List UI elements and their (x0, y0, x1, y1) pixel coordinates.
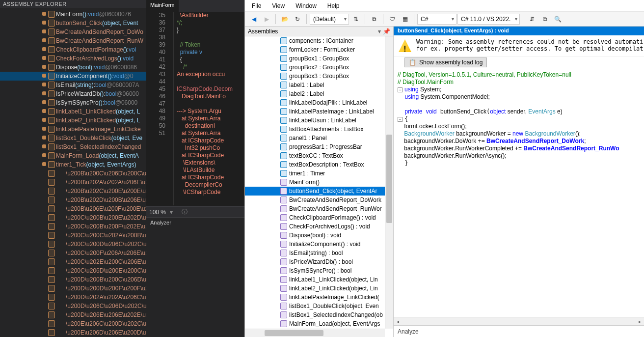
method-item[interactable]: MainForm() (245, 178, 393, 187)
field-item[interactable]: timer1 : Timer (245, 169, 393, 178)
copy-icon[interactable]: ⧉ (368, 13, 380, 25)
sort-icon[interactable]: ⇅ (350, 13, 362, 25)
field-item[interactable]: panel1 : Panel (245, 134, 393, 142)
menu-help[interactable]: Help (322, 0, 345, 11)
language-select[interactable]: C# (417, 14, 456, 25)
field-item[interactable]: progressBar1 : ProgressBar (245, 142, 393, 151)
menu-file[interactable]: File (247, 0, 266, 11)
tree-item[interactable]: listBox1_SelectedIndexChanged (0, 142, 146, 151)
scroll-left-icon[interactable]: ◂ (394, 317, 402, 325)
open-icon[interactable]: 📂 (279, 13, 291, 25)
menu-window[interactable]: Window (291, 0, 322, 11)
tree-item[interactable]: MainForm_Load(object, EventA (0, 151, 146, 160)
tree-item-obfuscated[interactable]: \u200B\u202A\u202A\u206E\u2 (0, 178, 146, 187)
method-item[interactable]: linkLabelPasteImage_LinkClicked( (245, 293, 393, 302)
assemblies-tree[interactable]: components : IContainerformLocker : Form… (245, 36, 393, 337)
method-item[interactable]: InitializeComponent() : void (245, 240, 393, 249)
tree-item[interactable]: IsPriceWizardDb() : bool @06000 (0, 89, 146, 98)
privacy-icon[interactable]: 🛡 (386, 13, 398, 25)
tree-item[interactable]: linkLabelPasteImage_LinkClicke (0, 125, 146, 134)
pin-icon[interactable]: 📌 (383, 28, 390, 35)
tree-item-obfuscated[interactable]: \u200B\u202C\u200E\u200E\u20 (0, 187, 146, 196)
assembly-explorer-tree[interactable]: MainForm() : void @06000076buttonSend_Cl… (0, 8, 146, 337)
tree-item[interactable]: BwCreateAndSendReport_DoWo (0, 28, 146, 36)
back-button[interactable]: ◀ (248, 13, 260, 25)
method-item[interactable]: MainForm_Load(object, EventArgs (245, 319, 393, 328)
horizontal-scrollbar[interactable] (245, 329, 385, 337)
field-item[interactable]: linkLabelDodajPlik : LinkLabel (245, 98, 393, 107)
tree-item-obfuscated[interactable]: \u200C\u200C\u202A\u200B\u2 (0, 231, 146, 240)
code-horizontal-scrollbar[interactable]: ◂▸ (394, 317, 644, 325)
field-item[interactable]: groupBox1 : GroupBox (245, 54, 393, 63)
tree-item[interactable]: CheckClipboardForImage() : voi (0, 45, 146, 54)
field-item[interactable]: label2 : Label (245, 89, 393, 98)
assembly-list-select[interactable]: (Default) (310, 14, 349, 25)
field-item[interactable]: textBoxDescription : TextBox (245, 160, 393, 169)
scrollbar-thumb[interactable] (386, 135, 392, 223)
show-log-button[interactable]: 📋Show assembly load log (404, 57, 487, 67)
tree-item-obfuscated[interactable]: \u200B\u206E\u200F\u200E\u20 (0, 204, 146, 213)
fold-icon[interactable]: − (398, 87, 402, 92)
method-item[interactable]: CheckForArchivedLogs() : void (245, 222, 393, 231)
method-item[interactable]: BwCreateAndSendReport_DoWork (245, 196, 393, 204)
tree-item-obfuscated[interactable]: \u200C\u200D\u206C\u202C\u2 (0, 240, 146, 249)
tree-item-obfuscated[interactable]: \u200C\u202E\u200C\u206E\u2 (0, 257, 146, 266)
method-item[interactable]: listBox1_DoubleClick(object, Even (245, 302, 393, 310)
chevron-down-icon[interactable]: ▾ (170, 209, 173, 216)
tree-item[interactable]: Dispose(bool) : void @06000086 (0, 63, 146, 72)
field-item[interactable]: groupBox2 : GroupBox (245, 63, 393, 72)
method-item[interactable]: linkLabel2_LinkClicked(object, Lin (245, 284, 393, 293)
analyze-header[interactable]: Analyze (394, 325, 644, 337)
scrollbar-thumb[interactable] (265, 330, 323, 336)
field-item[interactable]: linkLabelPasteImage : LinkLabel (245, 107, 393, 116)
tree-item-obfuscated[interactable]: \u200E\u206D\u206E\u200D\u2 (0, 328, 146, 337)
tree-item-obfuscated[interactable]: \u200E\u206C\u200D\u202C\u2 (0, 319, 146, 328)
method-item[interactable]: Dispose(bool) : void (245, 231, 393, 240)
info-icon[interactable]: ⓘ (182, 208, 188, 216)
tree-item[interactable]: buttonSend_Click(object, Event (0, 19, 146, 28)
menu-view[interactable]: View (267, 0, 290, 11)
method-item[interactable]: BwCreateAndSendReport_RunWor (245, 204, 393, 213)
forward-button[interactable]: ▶ (261, 13, 272, 25)
field-item[interactable]: listBoxAttachments : ListBox (245, 125, 393, 134)
field-item[interactable]: components : IContainer (245, 36, 393, 45)
tree-item-obfuscated[interactable]: \u200C\u200B\u200E\u202D\u2 (0, 213, 146, 222)
tree-item[interactable]: InitializeComponent() : void @0 (0, 72, 146, 81)
tree-item-obfuscated[interactable]: \u200D\u206E\u206E\u202E\u2 (0, 310, 146, 319)
tree-item[interactable]: timer1_Tick(object, EventArgs) (0, 160, 146, 169)
source-code[interactable]: // DiagTool, Version=1.0.5.1, Culture=ne… (394, 70, 644, 317)
code-tab[interactable]: buttonSend_Click(object, EventArgs) : vo… (394, 27, 644, 35)
field-item[interactable]: textBoxCC : TextBox (245, 151, 393, 160)
method-item[interactable]: CheckClipboardForImage() : void (245, 213, 393, 222)
tree-item[interactable]: BwCreateAndSendReport_RunW (0, 36, 146, 45)
dark-tab[interactable]: MainForm (146, 0, 179, 12)
method-item[interactable]: IsSymSSyncPro() : bool (245, 266, 393, 275)
dark-code[interactable]: \AstBuilder*/;} // Token private v { /*A… (174, 12, 244, 205)
tree-item-obfuscated[interactable]: \u200D\u202A\u202A\u206C\u2 (0, 293, 146, 302)
tree-item-obfuscated[interactable]: \u200C\u200F\u206A\u206E\u2 (0, 249, 146, 257)
zoom-value[interactable]: 100 % (149, 209, 166, 216)
method-item[interactable]: buttonSend_Click(object, EventAr (245, 187, 393, 196)
fold-icon[interactable]: − (398, 117, 402, 122)
tree-item[interactable]: IsEmail(string) : bool @0600007A (0, 81, 146, 89)
tree-item[interactable]: linkLabel2_LinkClicked(object, L (0, 116, 146, 125)
tree-item-obfuscated[interactable]: \u200B\u200C\u206D\u200C\u206E (0, 169, 146, 178)
field-item[interactable]: linkLabelUsun : LinkLabel (245, 116, 393, 125)
field-item[interactable]: groupBox3 : GroupBox (245, 72, 393, 81)
method-item[interactable]: linkLabel1_LinkClicked(object, Lin (245, 275, 393, 284)
method-item[interactable]: listBox1_SelectedIndexChanged(ob (245, 310, 393, 319)
tree-item-obfuscated[interactable]: \u200C\u200B\u200F\u202E\u2 (0, 222, 146, 231)
dropdown-icon[interactable]: ▾ (378, 28, 381, 35)
field-item[interactable]: formLocker : FormLocker (245, 45, 393, 54)
tree-item[interactable]: MainForm() : void @06000076 (0, 10, 146, 19)
window-icon[interactable]: ⧉ (539, 13, 551, 25)
field-item[interactable]: label1 : Label (245, 81, 393, 89)
grid-icon[interactable]: ▦ (399, 13, 411, 25)
tree-item[interactable]: linkLabel1_LinkClicked(object, L (0, 107, 146, 116)
method-item[interactable]: IsEmail(string) : bool (245, 249, 393, 257)
tree-item-obfuscated[interactable]: \u200D\u200B\u200C\u206D\u2 (0, 275, 146, 284)
method-item[interactable]: IsPriceWizardDb() : bool (245, 257, 393, 266)
tree-item-obfuscated[interactable]: \u200D\u200D\u200F\u200F\u2 (0, 284, 146, 293)
tree-item[interactable]: listBox1_DoubleClick(object, Eve (0, 134, 146, 142)
refresh-icon[interactable]: ↻ (292, 13, 303, 25)
